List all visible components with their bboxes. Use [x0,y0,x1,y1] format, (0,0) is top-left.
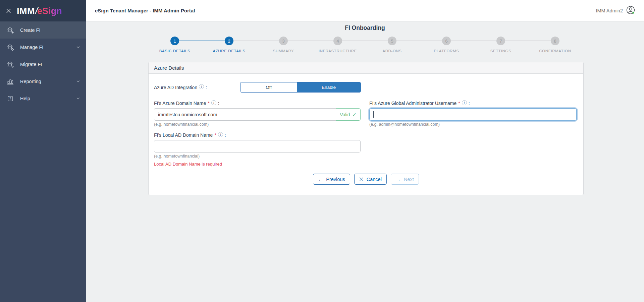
valid-badge: Valid ✓ [336,108,361,121]
step-settings[interactable]: 7 SETTINGS [474,37,528,53]
azure-domain-label: FI's Azure Domain Name * i : [154,101,361,106]
text-caret [373,111,374,118]
card-body: Azure AD Integration i : Off Enable FI's… [149,74,583,195]
right-arrow-icon: → [396,176,401,182]
logo-imm: IMM [17,6,35,16]
sidebar-item-label: Help [20,96,30,101]
app-title: eSign Tenant Manager - IMM Admin Portal [95,8,195,13]
admin-username-field: FI's Azure Global Administrator Username… [369,101,577,127]
local-ad-domain-field: FI's Local AD Domain Name * i : (e.g. ho… [154,132,361,167]
azure-ad-integration-label: Azure AD Integration i : [154,85,240,90]
sidebar-item-manage-fi[interactable]: Manage FI [0,39,86,56]
step-number: 3 [279,37,288,45]
info-icon[interactable]: i [218,132,223,137]
step-label: CONFIRMATION [539,49,571,53]
step-label: SUMMARY [273,49,294,53]
step-number: 5 [388,37,396,45]
step-add-ons[interactable]: 5 ADD-ONS [365,37,419,53]
card-title: Azure Details [149,62,583,74]
svg-text:?: ? [9,97,11,100]
step-label: ADD-ONS [382,49,401,53]
step-platforms[interactable]: 6 PLATFORMS [419,37,474,53]
sidebar-logo-band: IMM / eSign [0,0,86,21]
bank-arrow-icon [7,61,14,68]
user-name: IMM Admin2 [596,8,623,13]
local-ad-domain-label: FI's Local AD Domain Name * i : [154,132,361,138]
wizard-actions: ← Previous Cancel → Next [154,174,578,185]
help-icon: ? [7,95,14,102]
main-content: FI Onboarding 1 BASIC DETAILS 2 AZURE DE… [86,0,644,195]
azure-details-card: Azure Details Azure AD Integration i : O… [148,62,584,195]
check-icon: ✓ [352,112,357,118]
cancel-button[interactable]: Cancel [354,174,387,185]
sidebar-item-migrate-fi[interactable]: Migrate FI [0,56,86,73]
required-asterisk: * [458,101,460,106]
bar-chart-icon [7,78,14,85]
bank-plus-icon [7,26,14,34]
azure-domain-hint: (e.g. hometownfinancial.com) [154,122,361,127]
previous-button[interactable]: ← Previous [313,174,350,185]
step-number: 4 [333,37,342,45]
step-number: 8 [551,37,559,45]
admin-username-label: FI's Azure Global Administrator Username… [369,101,577,106]
required-asterisk: * [214,132,216,138]
azure-ad-integration-toggle: Off Enable [240,82,361,93]
step-confirmation[interactable]: 8 CONFIRMATION [528,37,582,53]
step-number: 1 [170,37,179,45]
step-label: BASIC DETAILS [159,49,191,53]
toggle-enable-button[interactable]: Enable [297,82,361,92]
toggle-off-button[interactable]: Off [240,82,297,92]
left-arrow-icon: ← [318,176,323,182]
imm-esign-logo[interactable]: IMM / eSign [17,5,62,16]
avatar-icon [626,5,635,16]
sidebar-item-create-fi[interactable]: Create FI [0,21,86,39]
step-summary[interactable]: 3 SUMMARY [256,37,311,53]
chevron-down-icon [76,79,80,84]
logo-esign: eSign [37,6,62,16]
info-icon[interactable]: i [199,84,204,89]
step-infrastructure[interactable]: 4 INFRASTRUCTURE [311,37,365,53]
user-menu[interactable]: IMM Admin2 [596,5,635,16]
sidebar-item-label: Reporting [20,79,41,84]
sidebar-nav: Create FI Manage FI Migrate FI [0,21,86,107]
azure-ad-integration-row: Azure AD Integration i : Off Enable [154,82,578,93]
onboarding-stepper: 1 BASIC DETAILS 2 AZURE DETAILS 3 SUMMAR… [148,37,582,53]
step-label: PLATFORMS [434,49,459,53]
sidebar-item-reporting[interactable]: Reporting [0,73,86,90]
top-header: eSign Tenant Manager - IMM Admin Portal … [86,0,644,21]
sidebar-item-label: Migrate FI [20,62,42,67]
step-azure-details[interactable]: 2 AZURE DETAILS [202,37,256,53]
page-title: FI Onboarding [86,24,644,32]
step-label: SETTINGS [490,49,511,53]
step-basic-details[interactable]: 1 BASIC DETAILS [148,37,202,53]
step-number: 2 [225,37,233,45]
local-ad-domain-input[interactable] [154,140,361,153]
admin-username-hint: (e.g. admin@hometownfinancial.com) [369,122,577,127]
step-number: 6 [442,37,451,45]
sidebar-item-help[interactable]: ? Help [0,90,86,107]
info-icon[interactable]: i [211,100,216,105]
step-number: 7 [496,37,505,45]
next-button[interactable]: → Next [391,174,419,185]
chevron-down-icon [76,45,80,50]
sidebar-close-icon[interactable] [5,7,12,14]
x-icon [359,177,364,181]
local-ad-domain-hint: (e.g. hometownfinancial) [154,154,361,159]
bank-gear-icon [7,44,14,51]
azure-domain-input[interactable] [154,108,336,121]
chevron-down-icon [76,96,80,101]
required-asterisk: * [208,101,209,106]
local-ad-domain-error: Local AD Domain Name is required [154,162,361,167]
info-icon[interactable]: i [462,100,467,105]
step-label: AZURE DETAILS [213,49,245,53]
azure-domain-field: FI's Azure Domain Name * i : Valid ✓ (e.… [154,101,361,127]
sidebar-item-label: Create FI [20,27,40,33]
sidebar-item-label: Manage FI [20,45,43,50]
admin-username-input[interactable] [369,108,577,121]
sidebar: IMM / eSign Create FI Manage FI [0,0,86,302]
step-label: INFRASTRUCTURE [319,49,357,53]
